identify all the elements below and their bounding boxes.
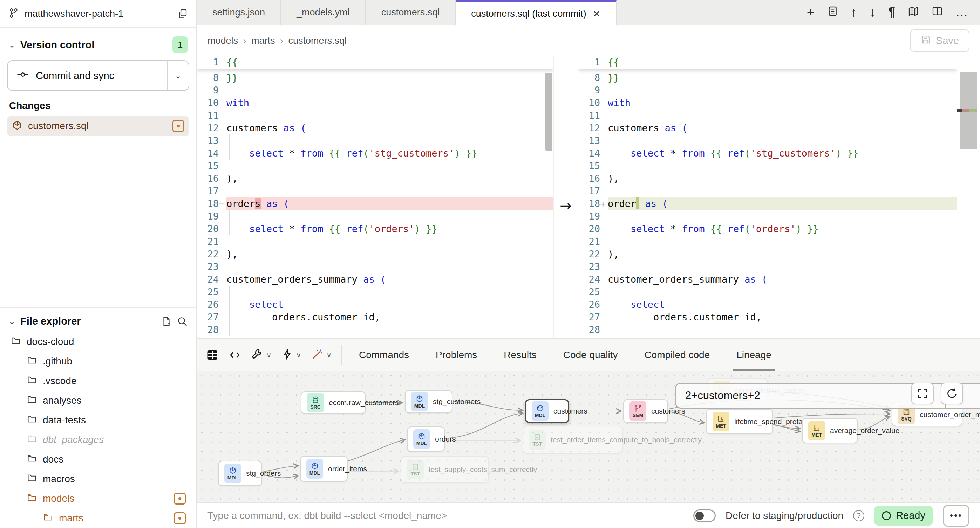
code-line[interactable]: 13 xyxy=(197,135,553,147)
code-line[interactable]: 10with xyxy=(578,97,957,109)
code-line[interactable]: 1{{ xyxy=(578,56,619,69)
file-tree-item-macros[interactable]: macros xyxy=(7,469,189,489)
code-line[interactable]: 17 xyxy=(197,185,553,197)
code-line[interactable]: 11 xyxy=(578,109,957,122)
lineage-node-test-order-items-compute-to-bools-correctly[interactable]: TST test_order_items_compute_to_bools_co… xyxy=(523,426,623,454)
code-line[interactable]: 17 xyxy=(578,185,957,197)
lineage-node-lifetime-spend-pretax[interactable]: MET lifetime_spend_pretax xyxy=(706,409,773,434)
code-line[interactable]: 24customer_orders_summary as ( xyxy=(197,273,553,286)
code-line[interactable]: 25 xyxy=(578,286,957,298)
tab-customers-sql[interactable]: customers.sql xyxy=(366,0,456,24)
code-line[interactable]: 14 select * from {{ ref('stg_customers')… xyxy=(578,147,957,160)
code-line[interactable]: 26 select xyxy=(197,298,553,311)
file-tree-item-models[interactable]: models xyxy=(7,489,189,508)
code-line[interactable]: 22), xyxy=(197,248,553,260)
code-line[interactable]: 13 xyxy=(578,135,957,147)
tab--models-yml[interactable]: _models.yml xyxy=(281,0,366,24)
build-menu[interactable]: ∨ xyxy=(251,348,272,362)
panel-tab-problems[interactable]: Problems xyxy=(422,339,490,371)
lineage-node-customers[interactable]: SEM customers xyxy=(623,399,668,423)
code-line[interactable]: 16), xyxy=(197,172,553,185)
code-line[interactable]: 28 xyxy=(197,323,553,336)
tab-settings-json[interactable]: settings.json xyxy=(197,0,281,24)
code-line[interactable]: 19 xyxy=(578,210,957,223)
close-tab-icon[interactable]: ✕ xyxy=(593,8,601,20)
compile-code-icon[interactable] xyxy=(229,349,241,362)
panel-tab-code-quality[interactable]: Code quality xyxy=(550,339,631,371)
file-tree-item--github[interactable]: .github xyxy=(7,352,189,371)
save-button[interactable]: Save xyxy=(910,29,969,52)
lineage-node-ecom-raw-customers[interactable]: SRC ecom.raw_customers xyxy=(301,392,366,414)
status-ready-badge[interactable]: Ready xyxy=(874,506,933,526)
arrow-down-icon[interactable]: ↓ xyxy=(870,6,876,19)
arrow-up-icon[interactable]: ↑ xyxy=(851,6,857,19)
file-tree-item-marts[interactable]: marts xyxy=(7,508,189,528)
code-line[interactable]: 12customers as ( xyxy=(578,122,957,135)
lineage-node-order-items[interactable]: MDL order_items xyxy=(300,456,348,482)
copilot-menu[interactable]: ∨ xyxy=(311,348,332,362)
split-view-icon[interactable] xyxy=(932,6,943,19)
panel-tab-compiled-code[interactable]: Compiled code xyxy=(631,339,723,371)
copy-icon[interactable] xyxy=(177,8,188,19)
code-line[interactable]: 8}} xyxy=(197,71,553,84)
code-line[interactable]: 1{{ xyxy=(197,56,238,69)
diff-pane-modified[interactable]: 1{{ 8}}910with1112customers as (1314 sel… xyxy=(578,56,957,338)
command-input[interactable]: Type a command, ex. dbt build --select <… xyxy=(207,510,684,521)
code-line[interactable]: 15 xyxy=(197,160,553,172)
code-line[interactable]: 9 xyxy=(197,84,553,97)
new-file-icon[interactable] xyxy=(161,316,172,327)
code-line[interactable]: 22), xyxy=(578,248,957,260)
preview-results-icon[interactable] xyxy=(206,349,219,362)
file-tree-item-dbt-packages[interactable]: dbt_packages xyxy=(7,430,189,450)
file-tree-item-data-tests[interactable]: data-tests xyxy=(7,411,189,430)
diff-editor[interactable]: 1{{ 8}}910with1112customers as (1314 sel… xyxy=(197,56,980,338)
panel-tab-results[interactable]: Results xyxy=(490,339,550,371)
commit-options-caret[interactable]: ⌄ xyxy=(167,61,189,90)
lineage-node-stg-customers[interactable]: MDL stg_customers xyxy=(405,390,452,413)
code-line[interactable]: 18−orders as ( xyxy=(197,197,553,210)
code-line[interactable]: 24customer_orders_summary as ( xyxy=(578,273,957,286)
more-options-icon[interactable]: … xyxy=(956,6,968,19)
code-line[interactable]: 18+order as ( xyxy=(578,197,957,210)
code-line[interactable]: 8}} xyxy=(578,71,957,84)
lineage-node-customers[interactable]: MDL customers xyxy=(525,399,569,423)
panel-tab-lineage[interactable]: Lineage xyxy=(723,339,785,371)
code-line[interactable]: 21 xyxy=(578,235,957,248)
chevron-down-icon[interactable]: ⌄ xyxy=(8,317,16,326)
panel-tab-commands[interactable]: Commands xyxy=(345,339,422,371)
code-line[interactable]: 21 xyxy=(197,235,553,248)
lineage-node-stg-orders[interactable]: MDL stg_orders xyxy=(218,461,262,486)
commit-and-sync-button[interactable]: Commit and sync ⌄ xyxy=(7,60,189,91)
left-pane-scrollbar[interactable] xyxy=(546,73,552,151)
code-line[interactable]: 20 select * from {{ ref('orders') }} xyxy=(197,223,553,235)
map-icon[interactable] xyxy=(908,6,919,19)
defer-toggle[interactable] xyxy=(693,509,716,522)
fullscreen-button[interactable] xyxy=(911,383,934,404)
file-tree-item-analyses[interactable]: analyses xyxy=(7,391,189,411)
revert-change-arrow-icon[interactable]: → xyxy=(554,197,578,214)
code-line[interactable]: 25 xyxy=(197,286,553,298)
lineage-selector-input[interactable]: 2+customers+2 xyxy=(676,384,945,407)
code-line[interactable]: 19 xyxy=(197,210,553,223)
status-more-button[interactable]: ••• xyxy=(943,505,969,526)
outline-icon[interactable] xyxy=(827,6,838,19)
file-tree-item--vscode[interactable]: .vscode xyxy=(7,371,189,391)
refresh-button[interactable] xyxy=(941,383,963,404)
code-line[interactable]: 15 xyxy=(578,160,957,172)
format-menu[interactable]: ∨ xyxy=(282,348,301,362)
tab-customers-sql-last-commit-[interactable]: customers.sql (last commit)✕ xyxy=(456,0,617,25)
pilcrow-icon[interactable]: ¶ xyxy=(889,6,895,19)
code-line[interactable]: 12customers as ( xyxy=(197,122,553,135)
code-line[interactable]: 26 select xyxy=(578,298,957,311)
lineage-node-orders[interactable]: MDL orders xyxy=(407,427,445,452)
code-line[interactable]: 27 orders.customer_id, xyxy=(197,311,553,323)
code-line[interactable]: 14 select * from {{ ref('stg_customers')… xyxy=(197,147,553,160)
breadcrumb-segment[interactable]: customers.sql xyxy=(288,35,347,46)
lineage-canvas[interactable]: SRC ecom.raw_customers MDL stg_customers… xyxy=(197,371,980,503)
code-line[interactable]: 23 xyxy=(197,260,553,273)
search-icon[interactable] xyxy=(177,316,188,327)
code-line[interactable]: 9 xyxy=(578,84,957,97)
diff-overview-ruler[interactable] xyxy=(957,56,980,338)
lineage-node-test-supply-costs-sum-correctly[interactable]: TST test_supply_costs_sum_correctly xyxy=(401,456,489,483)
changed-file-row[interactable]: customers.sql xyxy=(7,116,189,136)
